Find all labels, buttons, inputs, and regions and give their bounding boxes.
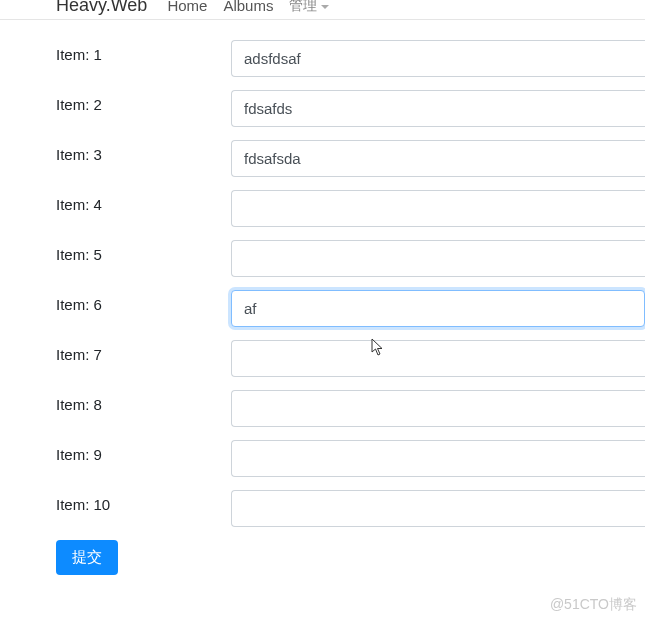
- form-row: Item: 5: [56, 240, 645, 277]
- item-input-7[interactable]: [231, 340, 645, 377]
- form: Item: 1Item: 2Item: 3Item: 4Item: 5Item:…: [0, 20, 645, 575]
- submit-button[interactable]: 提交: [56, 540, 118, 575]
- form-row: Item: 10: [56, 490, 645, 527]
- form-label: Item: 4: [56, 190, 231, 213]
- form-label: Item: 2: [56, 90, 231, 113]
- form-label: Item: 7: [56, 340, 231, 363]
- watermark: @51CTO博客: [550, 596, 637, 614]
- navbar: Heavy.Web Home Albums 管理: [0, 0, 645, 20]
- form-row: Item: 1: [56, 40, 645, 77]
- form-row: Item: 4: [56, 190, 645, 227]
- form-label: Item: 8: [56, 390, 231, 413]
- item-input-6[interactable]: [231, 290, 645, 327]
- item-input-9[interactable]: [231, 440, 645, 477]
- form-label: Item: 10: [56, 490, 231, 513]
- item-input-1[interactable]: [231, 40, 645, 77]
- form-row: Item: 2: [56, 90, 645, 127]
- chevron-down-icon: [321, 5, 329, 9]
- nav-link-home[interactable]: Home: [167, 0, 207, 14]
- form-label: Item: 3: [56, 140, 231, 163]
- form-label: Item: 6: [56, 290, 231, 313]
- item-input-5[interactable]: [231, 240, 645, 277]
- form-row: Item: 8: [56, 390, 645, 427]
- item-input-10[interactable]: [231, 490, 645, 527]
- form-row: Item: 7: [56, 340, 645, 377]
- form-row: Item: 6: [56, 290, 645, 327]
- item-input-2[interactable]: [231, 90, 645, 127]
- nav-dropdown-label: 管理: [289, 0, 317, 15]
- item-input-4[interactable]: [231, 190, 645, 227]
- form-label: Item: 5: [56, 240, 231, 263]
- form-label: Item: 9: [56, 440, 231, 463]
- item-input-8[interactable]: [231, 390, 645, 427]
- nav-link-albums[interactable]: Albums: [223, 0, 273, 14]
- nav-dropdown-manage[interactable]: 管理: [289, 0, 329, 15]
- item-input-3[interactable]: [231, 140, 645, 177]
- form-row: Item: 3: [56, 140, 645, 177]
- form-row: Item: 9: [56, 440, 645, 477]
- form-label: Item: 1: [56, 40, 231, 63]
- brand[interactable]: Heavy.Web: [56, 0, 147, 16]
